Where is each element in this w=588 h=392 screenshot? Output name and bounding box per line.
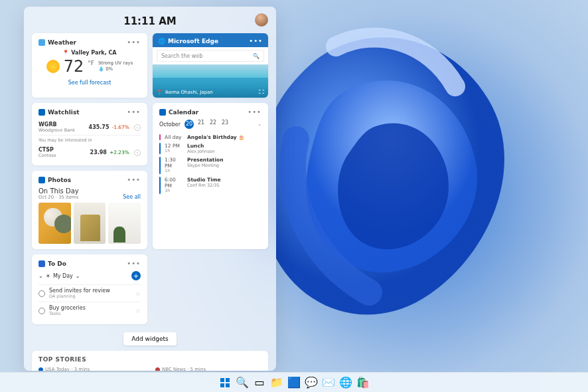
photos-seeall-link[interactable]: See all xyxy=(123,194,141,200)
calendar-widget-title: Calendar xyxy=(169,109,198,116)
photo-thumbnail[interactable] xyxy=(38,203,71,244)
calendar-day[interactable]: 22 xyxy=(208,120,218,129)
news-item[interactable]: USA Today · 3 mins One of the smallest b… xyxy=(38,367,145,371)
edge-more-icon[interactable]: ••• xyxy=(249,37,263,45)
chevron-down-icon[interactable]: ⌄ xyxy=(257,122,261,127)
edge-icon: 🌐 xyxy=(158,38,165,45)
todo-task[interactable]: Buy groceriesTasks ☆ xyxy=(38,302,141,319)
add-task-button[interactable]: + xyxy=(131,271,141,280)
stocks-icon xyxy=(38,109,45,116)
todo-myday-label: My Day xyxy=(53,273,73,279)
start-button[interactable] xyxy=(219,377,231,389)
calendar-event[interactable]: 1:30 PM1h PresentationSkype Meeting xyxy=(159,155,261,175)
todo-more-icon[interactable]: ••• xyxy=(127,260,141,267)
panel-clock: 11:11 AM xyxy=(123,15,177,27)
weather-icon xyxy=(38,39,45,46)
store-button[interactable]: 🛍️ xyxy=(357,377,369,389)
svg-rect-1 xyxy=(226,378,230,382)
calendar-day[interactable]: 20 xyxy=(184,120,194,129)
calendar-widget[interactable]: Calendar ••• October 20212223 ⌄ All day … xyxy=(153,103,268,249)
weather-temp: 72 xyxy=(64,57,84,76)
panel-header: 11:11 AM xyxy=(32,13,268,29)
todo-icon xyxy=(38,260,45,267)
photo-thumbnail[interactable] xyxy=(74,203,106,244)
widgets-panel: 11:11 AM Weather ••• 📍 Valley Park, CA 7… xyxy=(24,7,276,371)
expand-icon[interactable]: ⛶ xyxy=(259,89,264,95)
chat-button[interactable]: 💬 xyxy=(305,377,317,389)
todo-widget-title: To Do xyxy=(48,260,66,267)
weather-location: 📍 Valley Park, CA xyxy=(62,50,116,56)
sun-icon xyxy=(46,60,60,73)
svg-rect-0 xyxy=(220,378,224,382)
svg-rect-2 xyxy=(220,383,224,387)
star-icon[interactable]: ☆ xyxy=(135,290,141,297)
star-icon[interactable]: ☆ xyxy=(135,308,141,314)
chevron-down-icon[interactable]: ⌄ xyxy=(76,273,80,279)
bloom-wallpaper-art xyxy=(236,7,568,352)
edge-widget[interactable]: 🌐 Microsoft Edge ••• Search the web 🔍 📍 … xyxy=(153,33,268,98)
calendar-month: October xyxy=(159,122,181,128)
todo-task[interactable]: Send invites for reviewQ4 planning ☆ xyxy=(38,284,141,302)
calendar-icon xyxy=(159,109,166,116)
edge-background-image: 📍 Ikema Ohashi, Japan ⛶ xyxy=(153,64,268,98)
calendar-event[interactable]: 6:00 PM3h Studio TimeConf Rm 32/35 xyxy=(159,175,261,195)
watchlist-widget-title: Watchlist xyxy=(48,109,80,116)
photos-subheading: Oct 20 · 35 items xyxy=(38,195,79,200)
mail-button[interactable]: ✉️ xyxy=(323,377,334,389)
task-checkbox[interactable] xyxy=(38,290,45,297)
svg-rect-3 xyxy=(226,383,230,387)
edge-button[interactable]: 🌐 xyxy=(340,377,352,389)
sun-outline-icon: ☀ xyxy=(46,273,50,279)
watchlist-interest-label: You may be interested in xyxy=(38,138,141,143)
photos-heading: On This Day xyxy=(38,187,79,195)
explorer-button[interactable]: 📁 xyxy=(271,377,283,389)
info-icon[interactable]: › xyxy=(134,149,141,156)
source-dot-icon xyxy=(155,367,160,371)
news-widget[interactable]: TOP STORIES USA Today · 3 mins One of th… xyxy=(32,351,268,371)
weather-widget-title: Weather xyxy=(48,39,76,46)
ticker-row[interactable]: WGRBWoodgrove Bank 435.75-1.67%› xyxy=(38,120,141,136)
calendar-day[interactable]: 23 xyxy=(220,120,230,129)
weather-more-icon[interactable]: ••• xyxy=(127,39,141,46)
calendar-day[interactable]: 21 xyxy=(196,120,206,129)
task-checkbox[interactable] xyxy=(38,308,45,314)
photo-thumbnail[interactable] xyxy=(108,203,141,244)
news-section-title: TOP STORIES xyxy=(38,356,261,363)
source-dot-icon xyxy=(38,367,43,371)
weather-unit: °F xyxy=(88,60,94,66)
todo-widget[interactable]: To Do ••• ⌄ ☀ My Day ⌄ + Send invites fo… xyxy=(32,254,147,324)
calendar-event[interactable]: 12 PM1h LunchAlex Johnson xyxy=(159,142,261,155)
search-icon: 🔍 xyxy=(253,53,259,59)
edge-caption: 📍 Ikema Ohashi, Japan xyxy=(157,90,213,95)
calendar-event[interactable]: All day Angela's Birthday 🎂 xyxy=(159,133,261,142)
task-view-button[interactable]: ▭ xyxy=(254,377,265,389)
chevron-down-icon[interactable]: ⌄ xyxy=(38,273,43,279)
weather-widget[interactable]: Weather ••• 📍 Valley Park, CA 72 °F Stro… xyxy=(32,33,147,98)
widgets-button[interactable]: 🟦 xyxy=(288,377,300,389)
calendar-date-row: October 20212223 ⌄ xyxy=(159,120,261,129)
news-item[interactable]: NBC News · 5 mins Are coffee naps the an… xyxy=(155,367,261,371)
forecast-link[interactable]: See full forecast xyxy=(68,80,111,86)
add-widgets-button[interactable]: Add widgets xyxy=(123,332,176,345)
photos-widget-title: Photos xyxy=(48,177,71,183)
user-avatar[interactable] xyxy=(255,13,268,27)
calendar-more-icon[interactable]: ••• xyxy=(248,108,261,116)
watchlist-widget[interactable]: Watchlist ••• WGRBWoodgrove Bank 435.75-… xyxy=(32,103,147,165)
taskbar: 🔍 ▭ 📁 🟦 💬 ✉️ 🌐 🛍️ xyxy=(0,372,588,392)
info-icon[interactable]: › xyxy=(134,124,141,131)
photos-icon xyxy=(38,177,45,183)
watchlist-more-icon[interactable]: ••• xyxy=(127,108,141,116)
photos-widget[interactable]: Photos ••• On This Day Oct 20 · 35 items… xyxy=(32,171,147,249)
ticker-row[interactable]: CTSPContoso 23.98+2.23%› xyxy=(38,145,141,160)
edge-search-input[interactable]: Search the web 🔍 xyxy=(157,50,264,62)
photos-more-icon[interactable]: ••• xyxy=(127,176,141,183)
add-widgets-row: Add widgets xyxy=(32,331,268,345)
search-button[interactable]: 🔍 xyxy=(236,377,248,389)
edge-widget-title: Microsoft Edge xyxy=(168,38,218,45)
weather-details: Strong UV rays 💧 0% xyxy=(98,60,133,72)
